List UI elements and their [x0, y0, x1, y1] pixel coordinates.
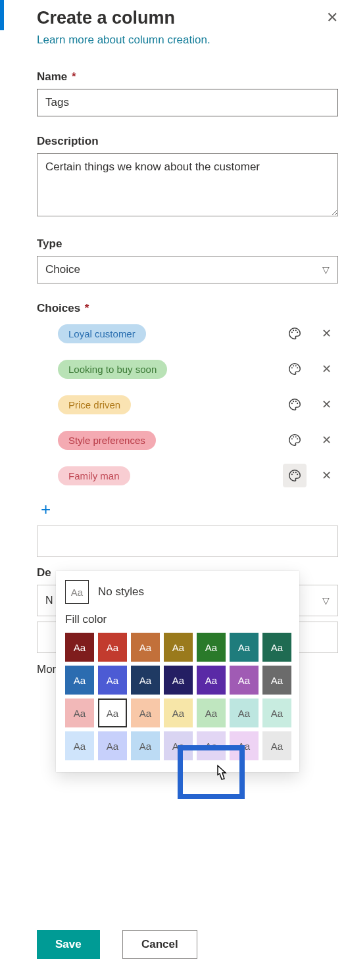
- color-swatch[interactable]: Aa: [65, 666, 94, 695]
- remove-choice-icon[interactable]: ✕: [314, 393, 338, 416]
- save-button[interactable]: Save: [37, 930, 100, 959]
- add-choice-icon[interactable]: +: [41, 499, 51, 520]
- type-label: Type: [37, 237, 338, 251]
- obscured-field-1[interactable]: [37, 526, 338, 557]
- color-swatch[interactable]: Aa: [131, 666, 160, 695]
- choice-row: Loyal customer✕: [37, 322, 338, 345]
- svg-point-3: [297, 331, 298, 333]
- fill-color-label: Fill color: [65, 613, 290, 626]
- palette-icon[interactable]: [283, 322, 307, 345]
- required-asterisk: *: [82, 302, 89, 314]
- cancel-button[interactable]: Cancel: [122, 930, 197, 959]
- color-swatch[interactable]: Aa: [262, 698, 291, 727]
- palette-icon[interactable]: [283, 357, 307, 381]
- svg-point-8: [291, 403, 293, 404]
- color-swatch[interactable]: Aa: [262, 633, 291, 662]
- choice-pill[interactable]: Looking to buy soon: [58, 360, 167, 379]
- color-swatch[interactable]: Aa: [131, 633, 160, 662]
- learn-more-link[interactable]: Learn more about column creation.: [37, 34, 210, 47]
- close-icon[interactable]: ✕: [326, 11, 338, 25]
- color-swatch[interactable]: Aa: [65, 698, 94, 727]
- color-swatch[interactable]: Aa: [230, 633, 259, 662]
- remove-choice-icon[interactable]: ✕: [314, 428, 338, 452]
- color-swatch[interactable]: Aa: [230, 666, 259, 695]
- choice-row: Style preferences✕: [37, 428, 338, 452]
- svg-point-19: [297, 474, 298, 475]
- color-swatch[interactable]: Aa: [164, 698, 193, 727]
- svg-point-15: [297, 438, 298, 439]
- color-swatch[interactable]: Aa: [131, 731, 160, 760]
- color-swatch[interactable]: Aa: [262, 666, 291, 695]
- color-swatch[interactable]: Aa: [164, 666, 193, 695]
- choice-row: Family man✕: [37, 464, 338, 487]
- obscured-dropdown-value: N: [45, 595, 53, 606]
- svg-point-6: [295, 365, 297, 366]
- svg-point-14: [295, 436, 297, 437]
- svg-point-17: [293, 472, 294, 473]
- color-swatch[interactable]: Aa: [230, 698, 259, 727]
- color-swatch[interactable]: Aa: [197, 731, 226, 760]
- no-styles-label: No styles: [98, 585, 144, 599]
- color-swatch[interactable]: Aa: [197, 666, 226, 695]
- svg-point-7: [297, 367, 298, 368]
- color-swatch[interactable]: Aa: [98, 698, 127, 727]
- color-swatch[interactable]: Aa: [197, 633, 226, 662]
- description-label: Description: [37, 135, 338, 148]
- choice-pill[interactable]: Style preferences: [58, 431, 156, 450]
- color-swatch[interactable]: Aa: [230, 731, 259, 760]
- color-swatch[interactable]: Aa: [197, 698, 226, 727]
- name-label: Name *: [37, 70, 338, 84]
- color-swatch[interactable]: Aa: [65, 633, 94, 662]
- svg-point-4: [291, 367, 293, 368]
- svg-point-11: [297, 403, 298, 404]
- choice-pill[interactable]: Price driven: [58, 395, 131, 414]
- remove-choice-icon[interactable]: ✕: [314, 322, 338, 345]
- svg-point-1: [293, 330, 294, 331]
- choices-label-text: Choices: [37, 302, 80, 314]
- color-swatch[interactable]: Aa: [65, 731, 94, 760]
- svg-point-5: [293, 365, 294, 366]
- chevron-down-icon: ▽: [322, 264, 330, 275]
- svg-point-12: [291, 438, 293, 439]
- color-swatch[interactable]: Aa: [262, 731, 291, 760]
- svg-point-0: [291, 331, 293, 333]
- panel-title: Create a column: [37, 8, 175, 28]
- type-dropdown[interactable]: Choice ▽: [37, 256, 338, 283]
- color-swatch[interactable]: Aa: [164, 633, 193, 662]
- left-accent-bar: [0, 0, 4, 30]
- chevron-down-icon: ▽: [322, 595, 330, 606]
- required-asterisk: *: [68, 70, 76, 83]
- color-swatch[interactable]: Aa: [131, 698, 160, 727]
- svg-point-2: [295, 330, 297, 331]
- description-input[interactable]: [37, 153, 338, 216]
- choices-label: Choices *: [37, 302, 338, 315]
- svg-point-9: [293, 401, 294, 402]
- svg-point-10: [295, 401, 297, 402]
- svg-point-16: [291, 474, 293, 475]
- choice-row: Price driven✕: [37, 393, 338, 416]
- choice-pill[interactable]: Loyal customer: [58, 324, 146, 343]
- palette-icon[interactable]: [283, 464, 307, 487]
- color-swatch[interactable]: Aa: [164, 731, 193, 760]
- color-picker-popup: Aa No styles Fill color AaAaAaAaAaAaAaAa…: [56, 571, 299, 772]
- remove-choice-icon[interactable]: ✕: [314, 357, 338, 381]
- color-swatch[interactable]: Aa: [98, 633, 127, 662]
- type-value: Choice: [45, 263, 80, 276]
- color-swatch[interactable]: Aa: [98, 731, 127, 760]
- color-swatch[interactable]: Aa: [98, 666, 127, 695]
- choice-pill[interactable]: Family man: [58, 466, 130, 485]
- remove-choice-icon[interactable]: ✕: [314, 464, 338, 487]
- svg-point-18: [295, 472, 297, 473]
- svg-point-13: [293, 436, 294, 437]
- name-label-text: Name: [37, 70, 67, 83]
- choice-row: Looking to buy soon✕: [37, 357, 338, 381]
- name-input[interactable]: [37, 89, 338, 116]
- palette-icon[interactable]: [283, 428, 307, 452]
- no-styles-swatch[interactable]: Aa: [65, 580, 89, 604]
- palette-icon[interactable]: [283, 393, 307, 416]
- create-column-panel: Create a column ✕ Learn more about colum…: [37, 8, 338, 980]
